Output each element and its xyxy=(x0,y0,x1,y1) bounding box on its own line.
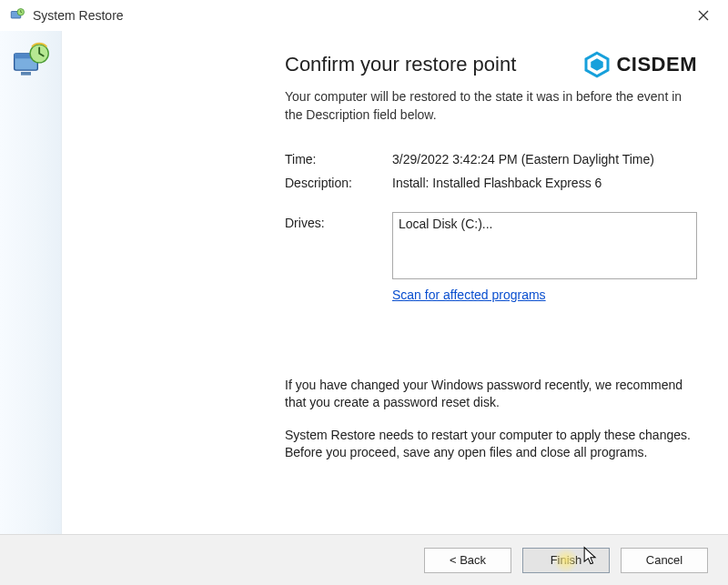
window-title: System Restore xyxy=(33,8,688,23)
titlebar: System Restore xyxy=(0,0,728,31)
sidebar xyxy=(0,31,62,534)
time-value: 3/29/2022 3:42:24 PM (Eastern Daylight T… xyxy=(392,152,697,166)
page-title: Confirm your restore point xyxy=(285,53,516,76)
cancel-button[interactable]: Cancel xyxy=(621,548,708,573)
close-button[interactable] xyxy=(688,3,719,28)
svg-rect-4 xyxy=(21,72,31,76)
drives-label: Drives: xyxy=(285,212,392,279)
cisdem-icon xyxy=(583,51,611,78)
finish-button[interactable]: Finish xyxy=(522,548,610,573)
app-icon-small xyxy=(9,7,25,24)
description-label: Description: xyxy=(285,176,392,190)
brand-logo: CISDEM xyxy=(583,51,697,78)
restart-note: System Restore needs to restart your com… xyxy=(285,427,697,462)
drives-list[interactable]: Local Disk (C:)... xyxy=(392,212,697,279)
back-button[interactable]: < Back xyxy=(424,548,511,573)
time-label: Time: xyxy=(285,152,392,166)
intro-text: Your computer will be restored to the st… xyxy=(285,87,697,125)
password-note: If you have changed your Windows passwor… xyxy=(285,377,697,412)
drives-value: Local Disk (C:)... xyxy=(399,217,492,231)
content-area: Confirm your restore point CISDEM Your c… xyxy=(62,31,728,534)
dialog-body: Confirm your restore point CISDEM Your c… xyxy=(0,31,728,534)
description-value: Install: Installed Flashback Express 6 xyxy=(392,176,697,190)
scan-affected-programs-link[interactable]: Scan for affected programs xyxy=(392,287,546,302)
system-restore-icon xyxy=(11,42,51,82)
brand-text: CISDEM xyxy=(616,53,697,76)
svg-marker-7 xyxy=(592,58,604,71)
footer-buttons: < Back Finish Cancel xyxy=(0,534,728,585)
